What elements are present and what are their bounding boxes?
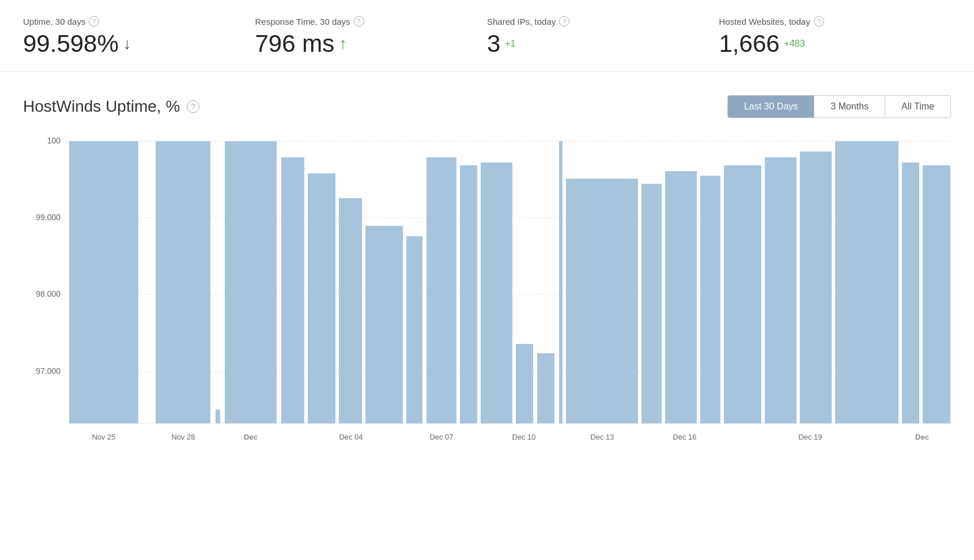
metric-shared-ips: Shared IPs, today ? 3 +1 — [487, 16, 719, 58]
chart-header: HostWinds Uptime, % ? Last 30 Days 3 Mon… — [23, 95, 951, 118]
svg-text:97.000: 97.000 — [36, 366, 61, 376]
hosted-websites-badge: +483 — [784, 39, 805, 49]
metric-shared-ips-label: Shared IPs, today ? — [487, 16, 708, 27]
svg-rect-19 — [460, 165, 477, 423]
svg-rect-30 — [800, 152, 832, 423]
metrics-row: Uptime, 30 days ? 99.598% ↓ Response Tim… — [0, 0, 974, 72]
svg-rect-14 — [308, 173, 335, 423]
filter-last-30-days[interactable]: Last 30 Days — [728, 96, 814, 118]
chart-title-group: HostWinds Uptime, % ? — [23, 97, 199, 116]
metric-response-time-value: 796 ms ↑ — [255, 30, 476, 58]
svg-rect-23 — [559, 141, 562, 423]
svg-text:99.000: 99.000 — [36, 213, 61, 222]
metric-response-time-label: Response Time, 30 days ? — [255, 16, 476, 27]
chart-area: 100 99.000 98.000 97.000 — [23, 135, 951, 458]
hosted-websites-help-icon[interactable]: ? — [814, 16, 824, 27]
svg-text:Nov 25: Nov 25 — [92, 433, 115, 441]
chart-title: HostWinds Uptime, % — [23, 97, 180, 116]
svg-rect-18 — [426, 157, 456, 423]
svg-rect-15 — [339, 198, 362, 423]
shared-ips-badge: +1 — [505, 39, 515, 49]
metric-hosted-websites: Hosted Websites, today ? 1,666 +483 — [719, 16, 952, 58]
response-time-arrow-up: ↑ — [339, 35, 347, 53]
svg-rect-16 — [365, 226, 403, 423]
svg-rect-33 — [923, 165, 950, 423]
svg-text:Dec 13: Dec 13 — [590, 433, 614, 441]
metric-uptime-value: 99.598% ↓ — [23, 30, 244, 58]
svg-text:98.000: 98.000 — [36, 289, 61, 298]
metric-hosted-websites-label: Hosted Websites, today ? — [719, 16, 940, 27]
chart-section: HostWinds Uptime, % ? Last 30 Days 3 Mon… — [0, 72, 974, 470]
svg-rect-22 — [537, 353, 554, 423]
svg-rect-9 — [69, 141, 138, 423]
metric-hosted-websites-value: 1,666 +483 — [719, 30, 940, 58]
uptime-arrow-down: ↓ — [123, 35, 131, 53]
metric-response-time: Response Time, 30 days ? 796 ms ↑ — [255, 16, 488, 58]
svg-text:Dec 04: Dec 04 — [339, 433, 363, 441]
svg-text:Dec 07: Dec 07 — [429, 433, 453, 441]
svg-rect-17 — [406, 236, 422, 423]
svg-rect-24 — [566, 179, 638, 423]
svg-text:Dec 19: Dec 19 — [798, 433, 822, 441]
svg-rect-32 — [902, 162, 919, 423]
svg-rect-26 — [665, 171, 697, 423]
svg-text:100: 100 — [47, 136, 61, 145]
svg-text:Dec: Dec — [244, 433, 258, 441]
filter-all-time[interactable]: All Time — [885, 96, 950, 118]
svg-rect-28 — [724, 165, 761, 423]
svg-rect-11 — [216, 410, 220, 423]
svg-rect-27 — [700, 176, 720, 423]
chart-help-icon[interactable]: ? — [187, 100, 199, 113]
svg-rect-31 — [835, 141, 899, 423]
svg-text:Nov 28: Nov 28 — [171, 433, 195, 441]
time-filter-group: Last 30 Days 3 Months All Time — [727, 95, 951, 118]
metric-uptime: Uptime, 30 days ? 99.598% ↓ — [23, 16, 255, 58]
svg-rect-20 — [481, 162, 512, 423]
metric-shared-ips-value: 3 +1 — [487, 30, 708, 58]
svg-text:Dec: Dec — [915, 433, 929, 441]
uptime-help-icon[interactable]: ? — [89, 16, 99, 27]
response-time-help-icon[interactable]: ? — [354, 16, 364, 27]
shared-ips-help-icon[interactable]: ? — [559, 16, 569, 27]
filter-3-months[interactable]: 3 Months — [814, 96, 885, 118]
svg-rect-10 — [156, 141, 210, 423]
svg-rect-21 — [516, 344, 533, 423]
svg-rect-25 — [641, 184, 662, 423]
svg-rect-13 — [281, 157, 304, 423]
svg-text:Dec 16: Dec 16 — [673, 433, 696, 441]
svg-rect-12 — [225, 141, 277, 423]
uptime-chart: 100 99.000 98.000 97.000 — [23, 135, 951, 458]
metric-uptime-label: Uptime, 30 days ? — [23, 16, 244, 27]
svg-text:Dec 10: Dec 10 — [512, 433, 535, 441]
svg-rect-29 — [765, 157, 796, 423]
